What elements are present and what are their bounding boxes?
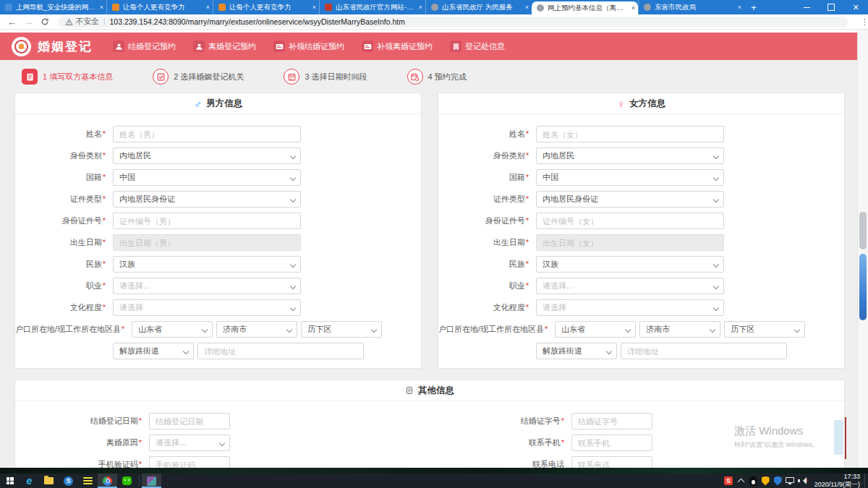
select-value: 解放路街道 (542, 346, 582, 356)
tab-close-icon[interactable]: × (312, 4, 316, 11)
taskbar-start-button[interactable] (0, 474, 20, 488)
taskbar-chrome-button[interactable] (98, 474, 117, 488)
nav-item-补领离婚证预约[interactable]: 补领离婚证预约 (362, 40, 433, 52)
tray-qq-button[interactable] (747, 474, 760, 488)
form-icon (22, 69, 38, 85)
field-education-select-female[interactable]: 请选择 (536, 299, 724, 316)
tab-close-icon[interactable]: × (100, 4, 103, 11)
maximize-button[interactable] (819, 0, 843, 14)
tray-sogou-input-button[interactable]: S (723, 474, 735, 488)
select-value: 中国 (542, 172, 558, 183)
browser-tab[interactable]: 网上预约基本信息（离婚）× (532, 1, 638, 14)
field-cert-type-select-female[interactable]: 内地居民身份证 (536, 191, 724, 207)
required-asterisk: * (103, 194, 106, 203)
chevron-down-icon (710, 327, 715, 333)
field-name-input-male[interactable] (113, 126, 301, 142)
field-name-input-female[interactable] (536, 126, 724, 142)
tray-hidden-icons-button[interactable] (735, 474, 747, 488)
tray-volume-muted-button[interactable]: ✕ (796, 474, 809, 488)
chrome-icon (103, 476, 112, 486)
field-street-select-female[interactable]: 解放路街道 (536, 343, 617, 359)
taskbar-sogou-button[interactable]: S (59, 474, 78, 488)
field-divorce-reason-select[interactable]: 请选择... (149, 435, 230, 451)
field-occupation-select-female[interactable]: 请选择... (536, 278, 724, 294)
show-desktop-button[interactable] (864, 474, 868, 488)
nav-item-结婚登记预约[interactable]: 结婚登记预约 (113, 40, 176, 52)
field-street-select-male[interactable]: 解放路街道 (113, 343, 194, 359)
field-marriage-cert-no-label: 结婚证字号* (430, 416, 571, 427)
nav-item-离婚登记预约[interactable]: 离婚登记预约 (193, 40, 256, 52)
tab-close-icon[interactable]: × (738, 4, 741, 11)
nav-item-补领结婚证预约[interactable]: 补领结婚证预约 (273, 40, 344, 52)
field-address-input-female[interactable] (621, 343, 787, 359)
field-cert-type-row: 证件类型*内地居民身份证 (15, 191, 421, 207)
taskbar-clock[interactable]: 17:33 2020/11/9(周一) (814, 473, 860, 488)
close-button[interactable]: ✕ (843, 0, 868, 14)
tab-close-icon[interactable]: × (631, 4, 635, 12)
browser-tab[interactable]: 让每个人更有竞争力× (106, 0, 213, 14)
tab-close-icon[interactable]: × (525, 4, 529, 11)
select-value: 历下区 (307, 324, 331, 335)
scrollbar-thumb[interactable] (859, 212, 867, 249)
forward-button[interactable]: → (24, 17, 33, 27)
browser-menu-icon[interactable]: ⋮ (861, 17, 868, 27)
field-nationality-select-male[interactable]: 中国 (113, 169, 301, 186)
browser-tab[interactable]: 上网导航_安全快捷的网址大全× (0, 0, 106, 14)
field-sms-code-input[interactable] (149, 456, 230, 468)
taskbar-ie-button[interactable]: e (20, 474, 39, 488)
taskbar-photos-button[interactable] (142, 474, 161, 488)
tab-close-icon[interactable]: × (419, 4, 422, 11)
required-asterisk: * (122, 325, 124, 333)
select-value: 汉族 (542, 259, 558, 270)
field-contact-mobile-row: 联系手机* (430, 435, 844, 451)
field-identity-type-select-female[interactable]: 内地居民 (536, 147, 724, 164)
field-nationality-select-female[interactable]: 中国 (536, 169, 724, 186)
field-city-select-female[interactable]: 济南市 (639, 321, 720, 338)
field-occupation-select-male[interactable]: 请选择... (113, 278, 301, 294)
field-cert-no-input-male[interactable] (113, 213, 301, 229)
browser-tab[interactable]: 山东省民政厅 为民服务× (425, 0, 532, 14)
field-district-select-male[interactable]: 历下区 (301, 321, 382, 338)
field-contact-phone-row: 联系电话 (430, 456, 844, 468)
field-region-row1: 户口所在地/现工作所在地区县*山东省济南市历下区 (15, 321, 421, 338)
browser-tab[interactable]: 东营市民政局× (638, 0, 744, 14)
tab-title: 网上预约基本信息（离婚） (548, 4, 629, 13)
field-cert-type-select-male[interactable]: 内地居民身份证 (113, 191, 301, 207)
browser-tab[interactable]: 山东省民政厅官方网站-下载资料× (319, 0, 425, 14)
required-asterisk: * (526, 216, 529, 225)
taskbar-explorer-button[interactable] (39, 474, 59, 488)
field-city-select-male[interactable]: 济南市 (216, 321, 297, 338)
field-contact-mobile-input[interactable] (571, 435, 652, 451)
tab-close-icon[interactable]: × (206, 4, 210, 11)
field-ethnicity-select-male[interactable]: 汉族 (113, 256, 301, 273)
step-label: 2 选择婚姻登记机关 (174, 72, 244, 82)
field-contact-phone-input[interactable] (571, 456, 652, 468)
tray-security-yellow-button[interactable] (760, 474, 772, 488)
new-tab-button[interactable]: + (744, 0, 763, 14)
field-cert-no-input-female[interactable] (536, 213, 724, 229)
reload-button[interactable] (41, 17, 49, 26)
field-education-select-male[interactable]: 请选择 (113, 299, 301, 316)
field-address-input-male[interactable] (197, 343, 364, 359)
nav-item-登记处信息[interactable]: 登记处信息 (450, 40, 505, 52)
field-marriage-date-input[interactable] (149, 413, 230, 429)
field-region-row1: 户口所在地/现工作所在地区县*山东省济南市历下区 (438, 321, 844, 338)
back-button[interactable]: ← (7, 17, 17, 27)
taskbar-docs-button[interactable] (78, 474, 98, 488)
browser-tab[interactable]: 让每个人更有竞争力× (213, 0, 319, 14)
tray-security-blue-button[interactable] (772, 474, 784, 488)
address-bar[interactable]: 不安全 103.239.154.243:8090/marry/marry/ext… (58, 17, 848, 27)
page-scrollbar[interactable] (857, 30, 868, 468)
field-ethnicity-select-female[interactable]: 汉族 (536, 256, 724, 273)
minimize-button[interactable] (794, 0, 819, 14)
field-district-select-female[interactable]: 历下区 (724, 321, 805, 338)
field-province-select-male[interactable]: 山东省 (132, 321, 213, 338)
scroll-indicator[interactable] (859, 254, 867, 320)
taskbar-wechat-button[interactable] (117, 474, 137, 488)
required-asterisk: * (526, 194, 529, 203)
field-province-select-female[interactable]: 山东省 (555, 321, 636, 338)
field-identity-type-select-male[interactable]: 内地居民 (113, 147, 301, 164)
field-birth-date-label: 出生日期* (438, 237, 536, 248)
tray-network-button[interactable] (784, 474, 796, 488)
field-marriage-cert-no-input[interactable] (571, 413, 652, 429)
